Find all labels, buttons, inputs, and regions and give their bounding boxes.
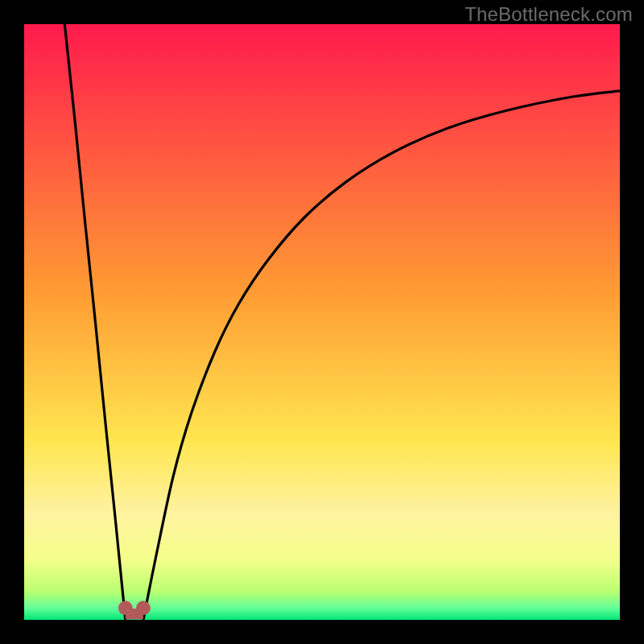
plot-area xyxy=(24,24,620,620)
chart-svg xyxy=(24,24,620,620)
minimum-point-1 xyxy=(136,601,151,615)
minimum-point-0 xyxy=(118,601,133,615)
gradient-background xyxy=(24,24,620,620)
watermark-text: TheBottleneck.com xyxy=(464,3,633,26)
chart-frame: TheBottleneck.com xyxy=(0,0,644,644)
